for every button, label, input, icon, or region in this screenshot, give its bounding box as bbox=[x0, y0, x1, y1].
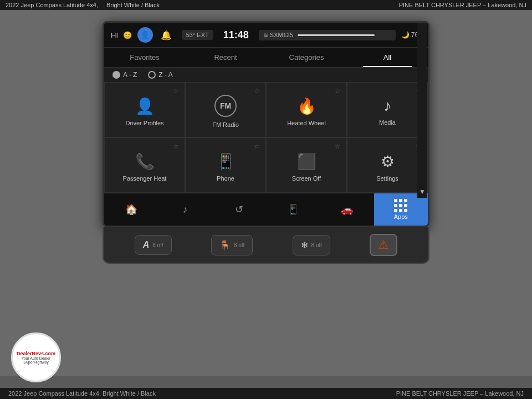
screen-off-icon: ⬛ bbox=[297, 152, 316, 171]
clock-display: 11:48 bbox=[223, 29, 249, 41]
bell-icon[interactable]: 🔔 bbox=[161, 30, 172, 40]
phone-nav-icon: 📱 bbox=[287, 203, 299, 216]
seat-heat-icon: 🪑 bbox=[219, 240, 231, 250]
app-phone[interactable]: ☆ 📱 Phone bbox=[185, 137, 266, 193]
app-media[interactable]: ☆ ♪ Media ▲ ▼ bbox=[347, 82, 428, 137]
seat-cool-icon: ❄ bbox=[301, 240, 308, 250]
settings-icon: ⚙ bbox=[381, 152, 395, 171]
top-bar: 2022 Jeep Compass Latitude 4x4, Bright W… bbox=[0, 0, 532, 10]
profile-icon[interactable]: 👤 bbox=[137, 27, 153, 43]
tab-categories[interactable]: Categories bbox=[266, 48, 347, 67]
sort-az-label: A - Z bbox=[123, 71, 137, 79]
sort-az[interactable]: A - Z bbox=[112, 71, 137, 79]
status-bar: HI 😊 👤 🔔 53° EXT 11:48 ≋ SXM125 🌙 76° bbox=[104, 23, 428, 48]
seat-cool-off-label: 8 off bbox=[311, 242, 322, 248]
fm-radio-label: FM Radio bbox=[212, 121, 239, 128]
main-wrapper: HI 😊 👤 🔔 53° EXT 11:48 ≋ SXM125 🌙 76° Fa… bbox=[0, 10, 532, 376]
sort-za-radio bbox=[148, 71, 156, 79]
dealer-info: PINE BELT CHRYSLER JEEP – Lakewood, NJ bbox=[399, 2, 526, 8]
apps-label: Apps bbox=[394, 213, 408, 220]
nav-home[interactable]: 🏠 bbox=[104, 198, 158, 221]
nav-music[interactable]: ♪ bbox=[158, 198, 212, 221]
nav-car[interactable]: 🚗 bbox=[320, 198, 374, 221]
sort-za-label: Z - A bbox=[158, 71, 172, 79]
tab-recent[interactable]: Recent bbox=[185, 48, 266, 67]
app-settings[interactable]: ☆ ⚙ Settings bbox=[347, 137, 428, 193]
driver-profiles-label: Driver Profiles bbox=[125, 120, 163, 126]
seat-heat-btn[interactable]: 🪑 8 off bbox=[211, 235, 253, 255]
app-driver-profiles[interactable]: ☆ 👤 Driver Profiles bbox=[104, 82, 185, 137]
driver-profiles-icon: 👤 bbox=[135, 97, 155, 115]
passenger-heat-label: Passenger Heat bbox=[123, 175, 167, 182]
phone-label: Phone bbox=[217, 175, 234, 182]
settings-label: Settings bbox=[376, 175, 398, 182]
media-icon: ♪ bbox=[383, 97, 391, 115]
sort-bar: A - Z Z - A bbox=[104, 68, 428, 82]
dealerrevs-sub: Your Auto Dealer SuperHighway bbox=[16, 356, 57, 364]
dealerrevs-logo: DealerRevs.com Your Auto Dealer SuperHig… bbox=[11, 332, 61, 382]
physical-controls: A 8 off 🪑 8 off ❄ 8 off ⚠ bbox=[103, 227, 429, 264]
scroll-bar: ▲ ▼ bbox=[417, 21, 427, 198]
radio-info: ≋ SXM125 bbox=[259, 30, 396, 40]
hazard-icon: ⚠ bbox=[378, 238, 389, 252]
tab-all[interactable]: All bbox=[347, 48, 428, 67]
home-icon: 🏠 bbox=[125, 203, 137, 216]
hazard-button[interactable]: ⚠ bbox=[370, 234, 397, 256]
star-icon[interactable]: ☆ bbox=[335, 142, 341, 150]
star-icon[interactable]: ☆ bbox=[335, 87, 341, 95]
apps-grid-icon bbox=[394, 199, 407, 212]
phone-icon: 📱 bbox=[216, 152, 236, 171]
seat-heat-off-label: 8 off bbox=[234, 242, 244, 248]
car-color: Bright White / Black bbox=[106, 2, 160, 8]
auto-btn[interactable]: A 8 off bbox=[135, 235, 172, 255]
fm-radio-icon: FM bbox=[214, 95, 237, 117]
heated-wheel-icon: 🔥 bbox=[297, 97, 316, 115]
bottom-info-bar: 2022 Jeep Compass Latitude 4x4, Bright W… bbox=[0, 388, 532, 399]
ext-temp: 53° EXT bbox=[182, 30, 213, 40]
app-screen-off[interactable]: ☆ ⬛ Screen Off bbox=[266, 137, 347, 193]
auto-off-label: 8 off bbox=[152, 242, 163, 248]
auto-icon: A bbox=[143, 240, 150, 250]
tab-favorites[interactable]: Favorites bbox=[104, 48, 185, 67]
media-label: Media bbox=[379, 119, 396, 126]
bottom-car-info: 2022 Jeep Compass Latitude 4x4, Bright W… bbox=[8, 390, 156, 397]
car-title: 2022 Jeep Compass Latitude 4x4, bbox=[6, 2, 98, 8]
nav-phone[interactable]: 📱 bbox=[266, 198, 320, 221]
star-icon[interactable]: ☆ bbox=[254, 87, 260, 95]
heated-wheel-label: Heated Wheel bbox=[287, 120, 326, 126]
screen-off-label: Screen Off bbox=[292, 175, 321, 182]
infotainment-screen: HI 😊 👤 🔔 53° EXT 11:48 ≋ SXM125 🌙 76° Fa… bbox=[103, 21, 429, 227]
sort-az-radio bbox=[112, 71, 120, 79]
music-icon: ♪ bbox=[182, 204, 187, 216]
scroll-down-arrow[interactable]: ▼ bbox=[419, 188, 426, 196]
app-heated-wheel[interactable]: ☆ 🔥 Heated Wheel bbox=[266, 82, 347, 137]
app-passenger-heat[interactable]: ☆ 📞 Passenger Heat bbox=[104, 137, 185, 193]
bottom-nav-bar: 🏠 ♪ ↺ 📱 🚗 bbox=[104, 193, 428, 226]
nav-icon: ↺ bbox=[235, 203, 243, 216]
car-icon: 🚗 bbox=[341, 203, 353, 216]
star-icon[interactable]: ☆ bbox=[254, 142, 260, 150]
console-area: HI 😊 👤 🔔 53° EXT 11:48 ≋ SXM125 🌙 76° Fa… bbox=[94, 21, 438, 264]
seat-cool-btn[interactable]: ❄ 8 off bbox=[293, 235, 330, 255]
nav-navigation[interactable]: ↺ bbox=[212, 198, 266, 221]
star-icon[interactable]: ☆ bbox=[173, 142, 179, 150]
dealerrevs-title: DealerRevs.com bbox=[17, 351, 55, 356]
greeting-text: HI 😊 bbox=[111, 31, 132, 39]
nav-tabs: Favorites Recent Categories All bbox=[104, 48, 428, 68]
app-fm-radio[interactable]: ☆ FM FM Radio bbox=[185, 82, 266, 137]
app-grid: ☆ 👤 Driver Profiles ☆ FM FM Radio ☆ 🔥 He… bbox=[104, 82, 428, 193]
passenger-heat-icon: 📞 bbox=[135, 152, 155, 171]
star-icon[interactable]: ☆ bbox=[173, 87, 179, 95]
sort-za[interactable]: Z - A bbox=[148, 71, 172, 79]
bottom-dealer-info: PINE BELT CHRYSLER JEEP – Lakewood, NJ bbox=[396, 390, 524, 397]
nav-apps[interactable]: Apps bbox=[374, 193, 428, 226]
